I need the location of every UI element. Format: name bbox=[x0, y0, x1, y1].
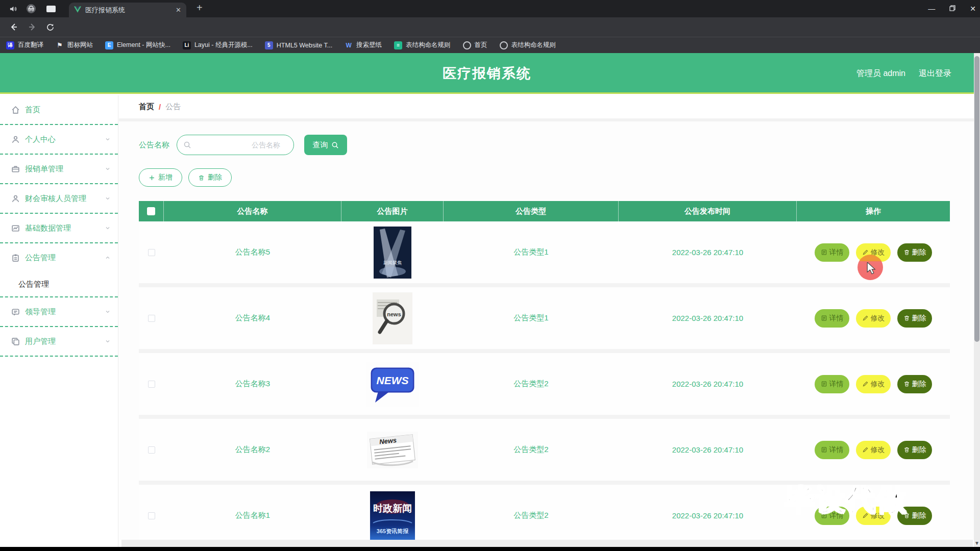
bookmark-favicon: 5 bbox=[265, 41, 273, 49]
announcement-type: 公告类型1 bbox=[444, 221, 619, 283]
sidebar-item-label: 财会审核人员管理 bbox=[25, 194, 105, 204]
search-icon bbox=[331, 141, 339, 149]
announcement-image-cell: 新闻聚焦 bbox=[341, 221, 444, 283]
breadcrumb-current: 公告 bbox=[165, 102, 181, 112]
delete-row-button[interactable]: 删除 bbox=[897, 375, 932, 393]
bookmark-item[interactable]: 表结构命名规则 bbox=[500, 41, 556, 49]
sidebar-item-icon bbox=[11, 254, 20, 262]
sidebar-item-label: 基础数据管理 bbox=[25, 223, 105, 233]
detail-button[interactable]: 详情 bbox=[815, 441, 849, 459]
reload-button[interactable] bbox=[46, 23, 55, 32]
browser-titlebar: 医疗报销系统 ✕ + — ✕ bbox=[0, 0, 980, 17]
bookmark-label: Element - 网站快... bbox=[117, 41, 170, 49]
delete-row-button[interactable]: 删除 bbox=[897, 309, 932, 328]
bookmark-item[interactable]: 首页 bbox=[463, 41, 487, 49]
announcement-type: 公告类型2 bbox=[444, 419, 619, 481]
row-actions: 详情 修改 删除 bbox=[797, 419, 950, 481]
incognito-profile-icon bbox=[26, 4, 36, 14]
delete-row-button[interactable]: 删除 bbox=[897, 243, 932, 262]
edit-button[interactable]: 修改 bbox=[856, 309, 891, 328]
column-header-公告图片: 公告图片 bbox=[341, 201, 444, 221]
bookmark-item[interactable]: W 搜索壁纸 bbox=[345, 41, 382, 49]
announcement-image-cell: NEWS bbox=[341, 353, 444, 415]
row-select-cell bbox=[139, 221, 164, 283]
announcement-publish-time: 2022-03-26 20:47:10 bbox=[619, 485, 797, 546]
breadcrumb-home[interactable]: 首页 bbox=[139, 102, 154, 112]
horizontal-scrollbar[interactable] bbox=[121, 540, 973, 547]
bookmark-item[interactable]: 5 HTML5 Website T... bbox=[265, 41, 332, 49]
row-checkbox[interactable] bbox=[148, 381, 155, 388]
scroll-down-arrow[interactable]: ▼ bbox=[974, 540, 980, 546]
bookmark-label: 表结构命名规则 bbox=[511, 41, 556, 49]
speaker-icon bbox=[9, 5, 17, 13]
delete-row-button[interactable]: 删除 bbox=[897, 441, 932, 459]
announcement-name: 公告名称3 bbox=[164, 353, 341, 415]
sidebar-item-icon bbox=[11, 308, 20, 316]
back-button[interactable] bbox=[9, 22, 18, 32]
select-all-checkbox[interactable] bbox=[147, 207, 155, 215]
announcement-publish-time: 2022-03-26 20:47:10 bbox=[619, 287, 797, 349]
vertical-scrollbar[interactable]: ▼ bbox=[974, 53, 980, 547]
row-checkbox[interactable] bbox=[148, 315, 155, 322]
new-tab-button[interactable]: + bbox=[197, 2, 203, 14]
announcement-publish-time: 2022-03-26 20:47:10 bbox=[619, 353, 797, 415]
bookmark-item[interactable]: 译 百度翻译 bbox=[6, 41, 43, 49]
bookmark-label: 图标网站 bbox=[67, 41, 93, 49]
sidebar-item-首页[interactable]: 首页 bbox=[0, 95, 118, 124]
bookmark-item[interactable]: Li Layui - 经典开源模... bbox=[183, 41, 253, 49]
tab-title: 医疗报销系统 bbox=[85, 6, 176, 15]
select-all-cell bbox=[139, 201, 164, 221]
sidebar-item-财会审核人员管理[interactable]: 财会审核人员管理 bbox=[0, 184, 118, 213]
scrollbar-thumb[interactable] bbox=[974, 56, 979, 342]
announcement-name: 公告名称1 bbox=[164, 485, 341, 546]
detail-button[interactable]: 详情 bbox=[815, 375, 849, 393]
sidebar-subitem-公告管理[interactable]: 公告管理 bbox=[0, 272, 118, 296]
row-checkbox[interactable] bbox=[148, 446, 155, 454]
restore-button[interactable] bbox=[949, 5, 955, 13]
bookmark-label: 搜索壁纸 bbox=[356, 41, 382, 49]
edit-button[interactable]: 修改 bbox=[856, 375, 891, 393]
edit-button[interactable]: 修改 bbox=[856, 441, 891, 459]
sidebar-item-icon bbox=[11, 165, 20, 173]
logout-link[interactable]: 退出登录 bbox=[919, 68, 951, 79]
sidebar-item-报销单管理[interactable]: 报销单管理 bbox=[0, 155, 118, 183]
row-checkbox[interactable] bbox=[148, 249, 155, 256]
browser-tab[interactable]: 医疗报销系统 ✕ bbox=[69, 3, 186, 17]
announcement-type: 公告类型2 bbox=[444, 353, 619, 415]
column-header-公告类型: 公告类型 bbox=[444, 201, 619, 221]
sidebar-item-基础数据管理[interactable]: 基础数据管理 bbox=[0, 214, 118, 242]
divider bbox=[119, 118, 974, 121]
bookmark-favicon: W bbox=[345, 41, 353, 49]
sidebar-item-领导管理[interactable]: 领导管理 bbox=[0, 297, 118, 326]
current-user-label: 管理员 admin bbox=[856, 68, 905, 79]
query-button[interactable]: 查询 bbox=[304, 135, 347, 155]
vue-logo-icon bbox=[74, 6, 81, 15]
search-field-label: 公告名称 bbox=[139, 140, 169, 150]
sidebar-item-icon bbox=[11, 106, 20, 114]
add-button[interactable]: 新增 bbox=[139, 168, 182, 187]
row-checkbox[interactable] bbox=[148, 512, 155, 519]
document-icon bbox=[821, 446, 827, 453]
sidebar-item-label: 个人中心 bbox=[25, 135, 105, 144]
delete-button[interactable]: 删除 bbox=[188, 168, 232, 187]
sidebar-item-用户管理[interactable]: 用户管理 bbox=[0, 327, 118, 356]
bookmark-item[interactable]: E Element - 网站快... bbox=[105, 41, 170, 49]
tab-close-icon[interactable]: ✕ bbox=[176, 6, 181, 14]
table-header: 公告名称公告图片公告类型公告发布时间操作 bbox=[139, 201, 950, 221]
row-select-cell bbox=[139, 353, 164, 415]
detail-button[interactable]: 详情 bbox=[815, 243, 849, 262]
table-row: 公告名称3 NEWS 公告类型2 2022-03-26 20:47:10 详情 … bbox=[139, 353, 950, 419]
bookmark-item[interactable]: ⚑ 图标网站 bbox=[56, 41, 93, 49]
minimize-button[interactable]: — bbox=[928, 5, 935, 13]
sidebar-item-icon bbox=[11, 224, 20, 233]
detail-button[interactable]: 详情 bbox=[815, 309, 849, 328]
sidebar-item-公告管理[interactable]: 公告管理 bbox=[0, 243, 118, 272]
row-actions: 详情 修改 删除 bbox=[797, 287, 950, 349]
forward-button[interactable] bbox=[28, 22, 37, 32]
app-header: 医疗报销系统 管理员 admin 退出登录 bbox=[0, 53, 974, 94]
trash-icon bbox=[198, 174, 205, 181]
bookmark-item[interactable]: ≡ 表结构命名规则 bbox=[394, 41, 451, 49]
search-input[interactable] bbox=[177, 135, 294, 155]
sidebar-item-个人中心[interactable]: 个人中心 bbox=[0, 125, 118, 154]
close-button[interactable]: ✕ bbox=[970, 5, 976, 13]
